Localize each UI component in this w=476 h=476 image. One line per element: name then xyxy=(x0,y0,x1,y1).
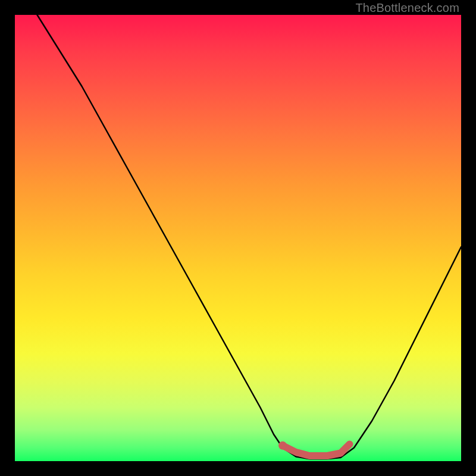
chart-overlay xyxy=(15,15,461,461)
optimal-range-highlight xyxy=(283,444,350,456)
chart-frame: TheBottleneck.com xyxy=(0,0,476,476)
optimal-start-dot xyxy=(278,441,287,450)
bottleneck-curve xyxy=(15,0,461,459)
watermark-label: TheBottleneck.com xyxy=(355,1,459,15)
